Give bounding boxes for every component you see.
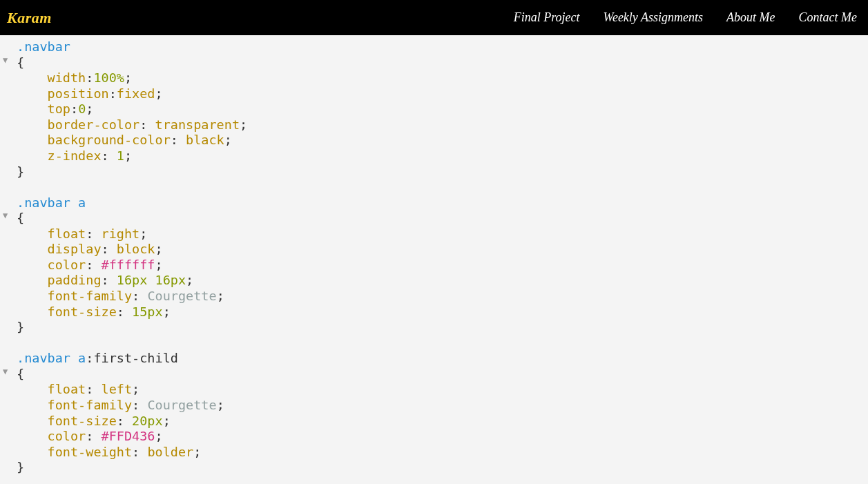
code-value: Courgette: [147, 289, 216, 303]
code-pseudo: :first-child: [86, 351, 178, 365]
brand-logo[interactable]: Karam: [7, 9, 52, 27]
code-prop: color: [48, 429, 86, 443]
code-prop: font-size: [48, 414, 117, 428]
code-value: bolder: [147, 445, 193, 459]
code-prop: font-family: [48, 289, 133, 303]
code-value: #FFD436: [102, 429, 155, 443]
code-prop: width: [48, 70, 86, 85]
code-prop: font-weight: [48, 445, 133, 459]
code-value: 100%: [93, 70, 124, 85]
code-brace-close: }: [17, 460, 24, 474]
code-value: block: [117, 242, 155, 256]
code-value: fixed: [117, 86, 155, 101]
code-selector-tag: a: [78, 195, 86, 210]
code-brace-open: {: [17, 211, 24, 225]
code-selector: .navbar: [17, 351, 70, 365]
code-selector-tag: a: [78, 351, 86, 365]
code-prop: color: [48, 258, 86, 272]
fold-icon[interactable]: ▼: [3, 211, 8, 221]
navbar: Karam Final Project Weekly Assignments A…: [0, 0, 868, 35]
code-value: 16px: [117, 273, 148, 287]
code-brace-close: }: [17, 320, 24, 334]
code-prop: position: [48, 86, 109, 101]
code-value: #ffffff: [102, 258, 155, 272]
code-value: 16px: [155, 273, 186, 287]
code-value: left: [102, 382, 133, 396]
fold-icon[interactable]: ▼: [3, 367, 8, 377]
code-value: right: [102, 226, 140, 241]
code-prop: display: [48, 242, 102, 256]
code-brace-close: }: [17, 164, 24, 179]
code-selector: .navbar: [17, 195, 70, 210]
code-value: 0: [78, 101, 86, 116]
code-prop: background-color: [48, 133, 171, 147]
nav-link-weekly-assignments[interactable]: Weekly Assignments: [604, 10, 703, 25]
code-prop: border-color: [48, 117, 140, 132]
code-value: 15px: [132, 304, 163, 319]
code-value: 1: [117, 148, 124, 163]
code-value: black: [186, 133, 224, 147]
code-brace-open: {: [17, 55, 24, 70]
code-editor[interactable]: .navbar ▼{ width:100%; position:fixed; t…: [0, 35, 868, 476]
code-prop: padding: [48, 273, 102, 287]
code-prop: float: [48, 382, 86, 396]
nav-link-contact-me[interactable]: Contact Me: [799, 10, 857, 25]
code-prop: z-index: [48, 148, 102, 163]
code-prop: font-family: [48, 398, 133, 412]
nav-links: Final Project Weekly Assignments About M…: [514, 10, 861, 25]
code-prop: font-size: [48, 304, 117, 319]
code-prop: float: [48, 226, 86, 241]
code-brace-open: {: [17, 367, 24, 381]
code-selector: .navbar: [17, 39, 70, 54]
code-value: transparent: [155, 117, 240, 132]
code-value: Courgette: [147, 398, 216, 412]
code-value: 20px: [132, 414, 163, 428]
nav-link-final-project[interactable]: Final Project: [514, 10, 580, 25]
nav-link-about-me[interactable]: About Me: [726, 10, 775, 25]
code-prop: top: [48, 101, 70, 116]
fold-icon[interactable]: ▼: [3, 55, 8, 66]
